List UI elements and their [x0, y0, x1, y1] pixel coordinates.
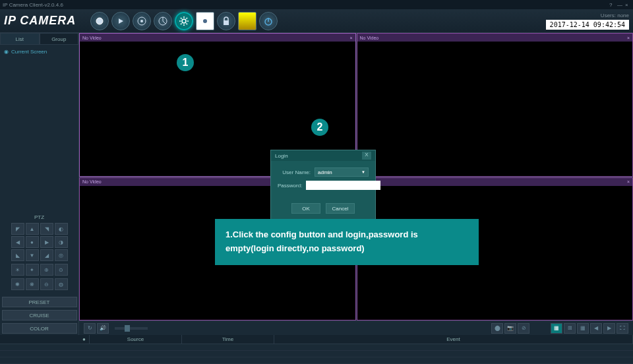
warning-icon[interactable] [238, 12, 256, 30]
titlebar: IP Camera Client-v2.0.4.6 ? — × [0, 0, 633, 9]
screen-icon: ◉ [4, 49, 9, 55]
config-icon[interactable] [175, 12, 193, 30]
ptz-fn4[interactable]: ⊙ [55, 264, 68, 276]
layout-9-icon[interactable]: ▦ [577, 323, 589, 334]
svg-point-0 [96, 18, 103, 24]
ptz-fn3[interactable]: ⊕ [40, 264, 53, 276]
username-label: User Name: [278, 169, 315, 175]
close-button[interactable]: × [625, 2, 630, 7]
tab-list[interactable]: List [0, 33, 40, 45]
volume-slider[interactable] [115, 327, 148, 330]
ptz-downleft[interactable]: ◣ [11, 249, 24, 261]
svg-marker-1 [119, 18, 123, 24]
record-icon[interactable] [154, 12, 172, 30]
dialog-close-icon[interactable]: X [362, 152, 371, 160]
ptz-fn8[interactable]: ◍ [55, 278, 68, 290]
svg-point-3 [140, 20, 143, 22]
cell-status: No Video [82, 36, 102, 40]
slider-thumb[interactable] [125, 325, 130, 332]
cell-close-icon[interactable]: × [349, 36, 352, 40]
layout-prev-icon[interactable]: ◀ [590, 323, 602, 334]
ptz-left[interactable]: ◀ [11, 236, 24, 248]
marker-2: 2 [311, 119, 328, 136]
svg-point-5 [182, 19, 186, 23]
login-dialog: Login X User Name: admin Password: OK Ca… [270, 150, 376, 220]
ptz-extra2[interactable]: ◑ [55, 236, 68, 248]
color-button[interactable]: COLOR [2, 323, 77, 334]
log-row [0, 344, 633, 351]
log-col-time: Time [182, 335, 274, 344]
log-col-source: Source [90, 335, 182, 344]
tab-group[interactable]: Group [40, 33, 79, 45]
sound-icon[interactable]: 🔊 [97, 323, 109, 334]
ptz-center[interactable]: ● [26, 236, 39, 248]
fullscreen-icon[interactable]: ⛶ [617, 323, 628, 334]
page-icon[interactable] [196, 12, 214, 30]
cancel-button[interactable]: Cancel [326, 203, 355, 214]
ptz-upright[interactable]: ◥ [40, 223, 53, 235]
layout-next-icon[interactable]: ▶ [603, 323, 615, 334]
cell-status: No Video [360, 36, 379, 40]
tree-item-label: Current Screen [11, 49, 47, 55]
ptz-fn6[interactable]: ❋ [26, 278, 39, 290]
marker-1: 1 [177, 54, 194, 71]
instruction-box: 1.Click the config button and login,pass… [215, 219, 479, 265]
ptz-fn5[interactable]: ✺ [11, 278, 24, 290]
password-input[interactable] [306, 181, 380, 190]
ptz-panel: PTZ ◤ ▲ ◥ ◐ ◀ ● ▶ ◑ ◣ ▼ ◢ ◎ ☀ ✦ ⊕ ⊙ [0, 212, 78, 295]
dialog-title: Login [275, 153, 288, 159]
svg-point-6 [203, 19, 207, 23]
video-cell-2[interactable]: No Video× [357, 33, 634, 177]
ok-button[interactable]: OK [291, 203, 320, 214]
power-icon[interactable] [259, 12, 278, 30]
ptz-extra3[interactable]: ◎ [55, 249, 68, 261]
log-row [0, 351, 633, 357]
svg-rect-7 [224, 20, 229, 25]
lock-icon[interactable] [217, 12, 235, 30]
cell-close-icon[interactable]: × [627, 179, 630, 184]
log-col-event: Event [274, 335, 633, 344]
ptz-fn7[interactable]: ⊖ [40, 278, 53, 290]
camera-icon[interactable] [90, 12, 109, 30]
logo: IP CAMERA [4, 14, 76, 28]
ptz-label: PTZ [3, 214, 76, 220]
ptz-fn1[interactable]: ☀ [11, 264, 24, 276]
users-label: Users: none [601, 13, 629, 18]
ptz-fn2[interactable]: ✦ [26, 264, 39, 276]
cruise-button[interactable]: CRUISE [2, 310, 77, 320]
refresh-icon[interactable]: ↻ [84, 323, 96, 334]
username-select[interactable]: admin [315, 167, 369, 177]
ptz-downright[interactable]: ◢ [40, 249, 53, 261]
disc-icon[interactable] [133, 12, 151, 30]
app-title: IP Camera Client-v2.0.4.6 [3, 2, 63, 8]
snapshot-icon[interactable]: 📷 [504, 323, 516, 334]
log-row [0, 357, 633, 364]
datetime: 2017-12-14 09:42:54 [546, 20, 629, 30]
log-indicator: ● [79, 335, 90, 344]
sidebar: List Group ◉ Current Screen PTZ ◤ ▲ ◥ ◐ … [0, 33, 79, 335]
ptz-extra1[interactable]: ◐ [55, 223, 68, 235]
device-tree: ◉ Current Screen [0, 45, 78, 212]
header: IP CAMERA Users: none 2017-12-14 09:42:5… [0, 9, 633, 33]
ptz-up[interactable]: ▲ [26, 223, 39, 235]
password-label: Password: [278, 183, 306, 189]
log-panel: ● Source Time Event [0, 335, 633, 364]
layout-1-icon[interactable]: ▦ [551, 323, 562, 334]
cell-close-icon[interactable]: × [627, 36, 630, 40]
preset-button[interactable]: PRESET [2, 297, 77, 307]
ptz-right[interactable]: ▶ [40, 236, 53, 248]
cell-status: No Video [82, 179, 102, 184]
bottom-toolbar: ↻ 🔊 ⬤ 📷 ⊘ ▦ ⊞ ▦ ◀ ▶ ⛶ [79, 320, 633, 335]
minimize-button[interactable]: — [617, 2, 622, 7]
stop-icon[interactable]: ⊘ [518, 323, 529, 334]
ptz-upleft[interactable]: ◤ [11, 223, 24, 235]
ptz-down[interactable]: ▼ [26, 249, 39, 261]
play-icon[interactable] [111, 12, 130, 30]
record-btn[interactable]: ⬤ [491, 323, 503, 334]
tree-current-screen[interactable]: ◉ Current Screen [3, 47, 76, 56]
layout-4-icon[interactable]: ⊞ [564, 323, 576, 334]
help-button[interactable]: ? [609, 2, 615, 7]
